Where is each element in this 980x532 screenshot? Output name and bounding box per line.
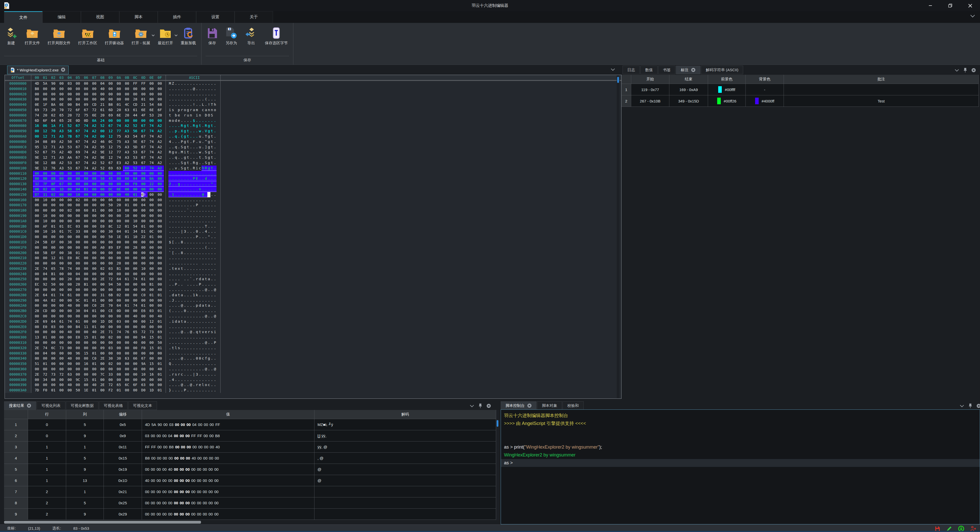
hex-byte[interactable]: 00 xyxy=(99,208,107,213)
hex-byte[interactable]: 00 xyxy=(99,324,107,330)
search-scrollbar-thumb[interactable] xyxy=(496,420,498,427)
hex-byte[interactable]: 72 xyxy=(41,372,49,377)
hex-ascii[interactable]: ................ xyxy=(165,324,221,330)
hex-row[interactable]: 0000031000000000000000000000000040000050… xyxy=(5,340,621,345)
result-row[interactable]: 1 xyxy=(28,441,66,453)
hex-byte[interactable]: 52 xyxy=(131,123,139,129)
hex-byte[interactable]: 00 xyxy=(115,361,123,367)
hex-byte[interactable]: 00 xyxy=(33,234,41,240)
hex-ascii[interactable]: }....P.......... xyxy=(165,387,221,393)
hex-byte[interactable]: 72 xyxy=(74,113,82,118)
hex-byte[interactable]: 75 xyxy=(82,113,90,118)
hex-byte[interactable]: 01 xyxy=(156,345,164,351)
hex-byte[interactable]: 04 xyxy=(115,229,123,234)
hex-byte[interactable]: 65 xyxy=(57,118,66,123)
row-number[interactable]: 1 xyxy=(622,84,631,95)
result-col[interactable]: 1 xyxy=(66,486,104,497)
hex-byte[interactable]: 6E xyxy=(148,107,156,113)
hex-vertical-scrollbar[interactable] xyxy=(617,75,619,398)
hex-byte[interactable]: 00 xyxy=(90,192,98,197)
hex-byte[interactable]: 40 xyxy=(131,340,139,345)
hex-byte[interactable]: 00 xyxy=(139,245,147,250)
hex-byte[interactable]: F0 xyxy=(131,181,139,187)
hex-byte[interactable]: 2E xyxy=(33,292,41,298)
hex-byte[interactable]: 86 xyxy=(139,176,147,181)
hex-byte[interactable]: 00 xyxy=(57,335,66,340)
hex-byte[interactable]: A2 xyxy=(156,160,164,165)
hex-byte[interactable]: 6F xyxy=(41,118,49,123)
ribbon-button-reload[interactable]: 重新加载 xyxy=(177,27,200,46)
hex-byte[interactable]: 74 xyxy=(148,123,156,129)
hex-byte[interactable]: 00 xyxy=(82,340,90,345)
hex-byte[interactable]: 40 xyxy=(131,287,139,292)
hex-ascii[interactable]: ............@..@ xyxy=(165,287,221,292)
hex-byte[interactable]: 00 xyxy=(139,218,147,224)
row-number[interactable]: 6 xyxy=(4,475,28,486)
hex-byte[interactable]: 00 xyxy=(57,92,66,97)
hex-byte[interactable]: 01 xyxy=(131,192,139,197)
hex-byte[interactable]: B1 xyxy=(82,187,90,192)
hex-byte[interactable]: 01 xyxy=(41,335,49,340)
result-offset[interactable]: 0x11 xyxy=(104,441,142,453)
hex-byte[interactable]: 50 xyxy=(107,202,115,208)
hex-byte[interactable]: 00 xyxy=(90,266,98,272)
hex-byte[interactable]: 00 xyxy=(156,351,164,356)
hex-byte[interactable]: 16 xyxy=(33,123,41,129)
hex-ascii[interactable]: ..q..gt...t.Sgt. xyxy=(165,155,221,160)
hex-ascii[interactable]: ................ xyxy=(165,171,221,176)
hex-byte[interactable]: 00 xyxy=(148,276,156,282)
hex-byte[interactable]: 00 xyxy=(82,382,90,387)
hex-byte[interactable]: 5A xyxy=(41,81,49,86)
hex-byte[interactable]: 00 xyxy=(57,176,66,181)
hex-byte[interactable]: 00 xyxy=(115,314,123,319)
hex-byte[interactable]: 00 xyxy=(148,367,156,372)
hex-byte[interactable]: 00 xyxy=(41,303,49,308)
hex-byte[interactable]: 00 xyxy=(99,335,107,340)
hex-byte[interactable]: 50 xyxy=(156,340,164,345)
hex-byte[interactable]: 10 xyxy=(139,372,147,377)
hex-byte[interactable]: 00 xyxy=(74,208,82,213)
hex-byte[interactable]: A2 xyxy=(156,123,164,129)
hex-byte[interactable]: 00 xyxy=(57,171,66,176)
ribbon-button-open-file[interactable]: 打开文件 xyxy=(21,27,44,46)
hex-byte[interactable]: 0C xyxy=(148,229,156,234)
hex-byte[interactable]: 00 xyxy=(57,272,66,277)
hex-byte[interactable]: 01 xyxy=(123,202,131,208)
hex-byte[interactable]: 00 xyxy=(82,192,90,197)
hex-byte[interactable]: 12 xyxy=(107,155,115,160)
hex-byte[interactable]: 24 xyxy=(33,240,41,245)
hex-byte[interactable]: 54 xyxy=(148,102,156,107)
hex-byte[interactable]: 15 xyxy=(148,361,156,367)
close-tab-icon[interactable] xyxy=(527,403,532,408)
hex-byte[interactable]: 33 xyxy=(107,372,115,377)
hex-byte[interactable]: 74 xyxy=(131,303,139,308)
hex-byte[interactable]: 40 xyxy=(156,287,164,292)
hex-byte[interactable]: AF xyxy=(41,224,49,229)
hex-byte[interactable]: A2 xyxy=(57,160,66,165)
search-col-header[interactable]: 列 xyxy=(66,410,104,419)
hex-ascii[interactable]: ..P.. ....P..... xyxy=(165,282,221,287)
hex-byte[interactable]: A2 xyxy=(156,155,164,160)
hex-byte[interactable]: 10 xyxy=(139,266,147,272)
hex-byte[interactable]: 00 xyxy=(99,255,107,260)
hex-byte[interactable]: 6E xyxy=(90,113,98,118)
hex-byte[interactable]: 1E xyxy=(115,234,123,240)
hex-row[interactable]: 00000150D7310200001000000000004001000000… xyxy=(5,192,621,197)
hex-byte[interactable]: D7 xyxy=(33,192,41,197)
hex-byte[interactable]: 67 xyxy=(74,145,82,150)
hex-byte[interactable]: 00 xyxy=(90,81,98,86)
hex-byte[interactable]: 90 xyxy=(49,81,57,86)
hex-byte[interactable]: 00 xyxy=(107,213,115,218)
hex-byte[interactable]: 00 xyxy=(139,367,147,372)
hex-byte[interactable]: 03 xyxy=(49,324,57,330)
hex-byte[interactable]: 00 xyxy=(33,329,41,335)
hex-byte[interactable]: 00 xyxy=(82,266,90,272)
hex-byte[interactable]: 01 xyxy=(90,361,98,367)
hex-byte[interactable]: 01 xyxy=(74,250,82,256)
hex-byte[interactable]: 00 xyxy=(41,97,49,102)
hex-byte[interactable]: 00 xyxy=(33,208,41,213)
hex-byte[interactable]: 77 xyxy=(115,129,123,134)
hex-byte[interactable]: 00 xyxy=(139,377,147,383)
hex-byte[interactable]: 92 xyxy=(41,282,49,287)
hex-byte[interactable]: 00 xyxy=(156,197,164,203)
